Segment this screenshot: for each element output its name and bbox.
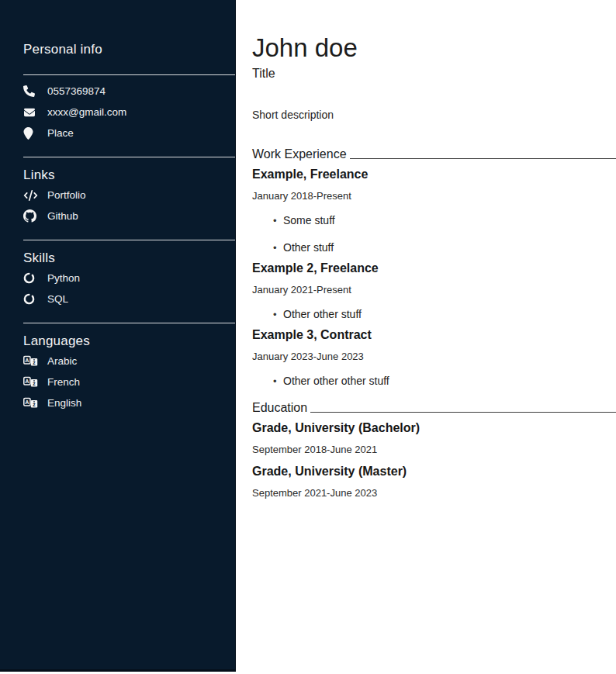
language-icon: Az [23,376,40,388]
section-rule [310,412,616,413]
sidebar-divider [23,157,235,157]
phone-number: 0557369874 [47,85,106,97]
portfolio-link-label: Portfolio [47,189,86,201]
language-label: Arabic [47,355,77,367]
place-label: Place [47,127,74,139]
sidebar-divider [23,323,235,323]
skill-label: SQL [47,293,68,305]
sidebar: Personal info 0557369874 xxxx@gmail.com … [0,0,236,672]
skills-heading: Skills [23,251,221,266]
svg-text:A: A [25,357,29,364]
language-english: Az English [23,392,221,413]
work-experience-header: Work Experience [252,146,616,162]
entry-period: January 2021-Present [252,284,616,296]
work-entry: Example 3, Contract January 2023-June 20… [252,328,616,387]
entry-title: Example 2, Freelance [252,261,616,275]
github-link-label: Github [47,210,78,222]
entry-bullets: Some stuff Other stuff [252,214,616,254]
work-entry: Example, Freelance January 2018-Present … [252,168,616,254]
short-description: Short description [252,109,616,121]
language-icon: Az [23,397,40,409]
entry-title: Example, Freelance [252,168,616,181]
svg-text:z: z [33,402,36,407]
language-arabic: Az Arabic [23,351,221,372]
bullet-item: Other other stuff [273,308,616,320]
contact-phone: 0557369874 [23,81,221,102]
entry-period: September 2018-June 2021 [252,444,616,455]
skill-sql: SQL [23,289,221,309]
bullet-item: Other other other stuff [273,375,616,387]
links-list: Portfolio Github [23,185,221,226]
link-github[interactable]: Github [23,206,221,226]
entry-bullets: Other other stuff [252,308,616,320]
entry-period: January 2018-Present [252,190,616,202]
work-entry: Example 2, Freelance January 2021-Presen… [252,261,616,320]
email-address: xxxx@gmail.com [47,106,126,118]
entry-bullets: Other other other stuff [252,375,616,387]
work-experience-heading: Work Experience [252,146,347,162]
links-heading: Links [23,168,221,183]
contact-email: xxxx@gmail.com [23,102,221,123]
education-heading: Education [252,399,307,416]
circle-notch-icon [23,293,40,305]
entry-period: September 2021-June 2023 [252,487,616,499]
bullet-item: Other stuff [273,241,616,254]
bullet-item: Some stuff [273,214,616,226]
resume-page: Personal info 0557369874 xxxx@gmail.com … [0,0,616,674]
language-label: French [47,376,80,388]
contact-list: 0557369874 xxxx@gmail.com Place [23,81,221,143]
phone-icon [23,85,40,97]
skills-list: Python SQL [23,268,221,309]
sidebar-divider [23,74,235,75]
person-name: John doe [252,35,616,60]
entry-title: Example 3, Contract [252,328,616,342]
code-icon [23,190,40,201]
entry-title: Grade, University (Master) [252,465,616,479]
github-icon [23,209,40,223]
svg-text:A: A [25,399,29,406]
language-french: Az French [23,372,221,392]
svg-text:A: A [25,378,29,385]
languages-heading: Languages [23,334,221,349]
personal-info-heading: Personal info [23,42,221,57]
circle-notch-icon [23,272,40,284]
main-content: John doe Title Short description Work Ex… [236,0,616,674]
entry-period: January 2023-June 2023 [252,351,616,362]
email-icon [23,107,40,118]
sidebar-divider [23,240,235,240]
location-icon [23,127,40,140]
link-portfolio[interactable]: Portfolio [23,185,221,206]
svg-text:z: z [33,360,36,365]
language-label: English [47,397,81,409]
language-icon: Az [23,355,40,367]
section-rule [350,158,616,159]
skill-python: Python [23,268,221,289]
svg-text:z: z [33,381,36,386]
skill-label: Python [47,272,80,284]
education-header: Education [252,399,616,416]
entry-title: Grade, University (Bachelor) [252,421,616,435]
contact-place: Place [23,123,221,143]
languages-list: Az Arabic Az French Az English [23,351,221,413]
person-title: Title [252,67,616,81]
education-entries: Grade, University (Bachelor) September 2… [252,421,616,499]
